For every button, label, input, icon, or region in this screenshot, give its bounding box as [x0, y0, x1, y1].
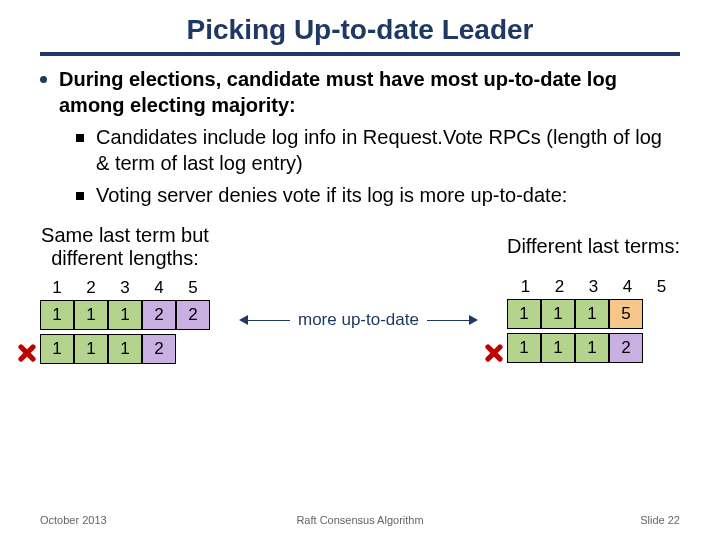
cross-icon	[483, 342, 505, 364]
right-log-row-2: 1112	[507, 333, 643, 363]
square-bullet-icon	[76, 134, 84, 142]
right-column: Different last terms: 12345 1115 1112	[507, 224, 680, 368]
right-log-row-1: 1115	[507, 299, 643, 329]
left-log-row-2: 1112	[40, 334, 176, 364]
bullet-main: During elections, candidate must have mo…	[59, 66, 680, 118]
sub-bullet-1: Candidates include log info in Request.V…	[96, 124, 680, 176]
right-index-row: 12345	[508, 277, 678, 297]
left-log-row-1: 11122	[40, 300, 210, 330]
sub-bullet-2: Voting server denies vote if its log is …	[96, 182, 567, 208]
footer: October 2013 Raft Consensus Algorithm Sl…	[0, 514, 720, 526]
bullet-icon	[40, 76, 47, 83]
left-caption: Same last term butdifferent lengths:	[41, 224, 209, 270]
arrow-label: more up-to-date	[290, 310, 427, 330]
center-column: more up-to-date	[239, 224, 478, 368]
footer-title: Raft Consensus Algorithm	[0, 514, 720, 526]
diagram: Same last term butdifferent lengths: 123…	[0, 214, 720, 368]
right-caption: Different last terms:	[507, 235, 680, 258]
left-column: Same last term butdifferent lengths: 123…	[40, 224, 210, 368]
content: During elections, candidate must have mo…	[0, 66, 720, 208]
left-index-row: 12345	[40, 278, 210, 298]
square-bullet-icon	[76, 192, 84, 200]
slide-title: Picking Up-to-date Leader	[40, 0, 680, 56]
cross-icon	[16, 342, 38, 364]
double-arrow-icon: more up-to-date	[239, 310, 478, 330]
